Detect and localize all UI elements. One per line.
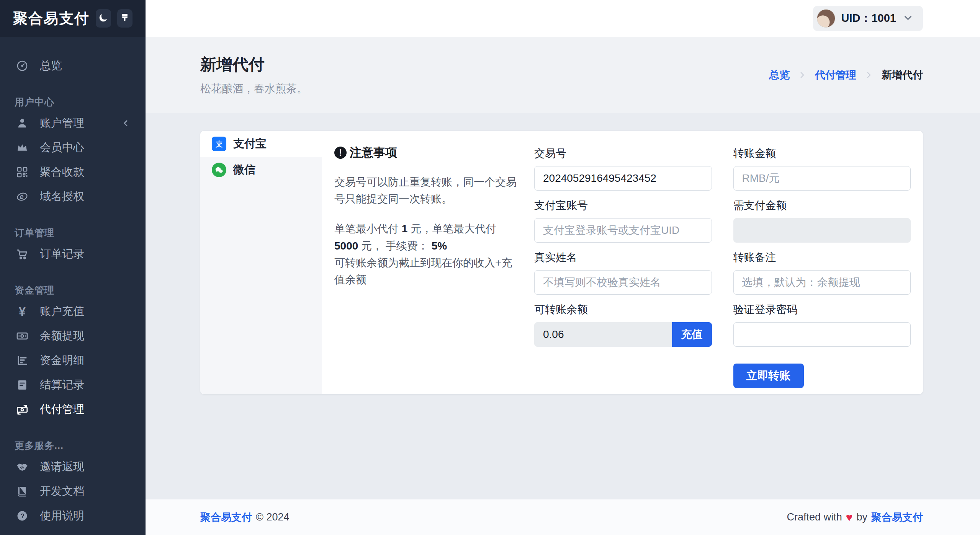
card-body: ! 注意事项 交易号可以防止重复转账，同一个交易号只能提交同一次转账。 单笔最小… xyxy=(322,131,923,394)
footer-brand-link[interactable]: 聚合易支付 xyxy=(200,511,252,524)
tab-alipay[interactable]: 支付宝 xyxy=(200,131,322,157)
password-label: 验证登录密码 xyxy=(733,302,911,317)
sidebar-item-balance-withdraw[interactable]: 余额提现 xyxy=(0,324,146,348)
notice-title: ! 注意事项 xyxy=(334,145,517,161)
user-menu[interactable]: UID：1001 xyxy=(813,6,923,31)
footer-left: 聚合易支付 © 2024 xyxy=(200,511,289,524)
breadcrumb-home[interactable]: 总览 xyxy=(769,68,790,82)
brand-logo: 聚合易支付 xyxy=(13,9,90,28)
sidebar-item-label: 开发文档 xyxy=(40,484,84,499)
remark-label: 转账备注 xyxy=(733,250,911,265)
amount-input[interactable] xyxy=(733,166,911,191)
theme-button[interactable] xyxy=(117,9,133,28)
alipay-icon xyxy=(212,137,226,151)
dark-mode-button[interactable] xyxy=(96,9,111,28)
field-real-name: 真实姓名 xyxy=(534,250,712,295)
app-root: 聚合易支付 总览 用户中心 xyxy=(0,0,980,535)
trade-no-input[interactable] xyxy=(534,166,712,191)
brush-icon xyxy=(119,12,131,25)
alipay-account-input[interactable] xyxy=(534,218,712,243)
cart-icon xyxy=(15,248,30,261)
password-input[interactable] xyxy=(733,322,911,347)
footer-copyright: © 2024 xyxy=(256,511,289,523)
sidebar-item-invite-rebate[interactable]: 邀请返现 xyxy=(0,455,146,479)
notice-paragraph-2: 单笔最小代付 1 元，单笔最大代付 5000 元， 手续费： 5%可转账余额为截… xyxy=(334,220,517,288)
sidebar-item-aggregate-collect[interactable]: 聚合收款 xyxy=(0,160,146,184)
content-area: 支付宝 微信 ! 注意事项 交易号 xyxy=(146,113,980,499)
money-transfer-icon xyxy=(15,403,30,416)
sidebar-section-more-services: 更多服务... xyxy=(0,436,146,455)
sidebar-item-label: 账户充值 xyxy=(40,304,84,319)
field-alipay-account: 支付宝账号 xyxy=(534,198,712,243)
amount-label: 转账金额 xyxy=(733,146,911,161)
notice-title-text: 注意事项 xyxy=(350,145,397,161)
sidebar-item-overview[interactable]: 总览 xyxy=(0,54,146,78)
sidebar-item-label: 聚合收款 xyxy=(40,165,84,180)
chevron-left-icon xyxy=(121,118,131,128)
sidebar-item-settlement-records[interactable]: 结算记录 xyxy=(0,373,146,397)
book-icon xyxy=(15,485,30,498)
sidebar-item-account-recharge[interactable]: ¥ 账户充值 xyxy=(0,299,146,324)
sidebar-item-label: 结算记录 xyxy=(40,377,84,393)
sidebar-item-label: 使用说明 xyxy=(40,508,84,524)
field-amount: 转账金额 xyxy=(733,146,911,191)
sidebar-section-fund-manage: 资金管理 xyxy=(0,281,146,299)
sidebar-item-account-manage[interactable]: 账户管理 xyxy=(0,111,146,135)
payout-card: 支付宝 微信 ! 注意事项 交易号 xyxy=(200,131,923,394)
sidebar-item-dev-docs[interactable]: 开发文档 xyxy=(0,479,146,504)
svg-text:?: ? xyxy=(20,512,24,520)
sidebar-item-member-center[interactable]: 会员中心 xyxy=(0,135,146,160)
bars-chart-icon xyxy=(15,354,30,367)
field-pay-amount: 需支付金额 xyxy=(733,198,911,243)
sidebar-item-usage-guide[interactable]: ? 使用说明 xyxy=(0,504,146,528)
sidebar-section-order-manage: 订单管理 xyxy=(0,223,146,242)
help-circle-icon: ? xyxy=(15,509,30,522)
banknote-icon xyxy=(15,329,30,343)
balance-input xyxy=(534,322,672,347)
sidebar-item-label: 账户管理 xyxy=(40,116,84,131)
sidebar-item-fund-details[interactable]: 资金明细 xyxy=(0,348,146,373)
wechat-icon xyxy=(212,163,226,177)
svg-text:e: e xyxy=(20,192,23,201)
topbar: UID：1001 xyxy=(146,0,980,37)
page-header: 新增代付 松花酿酒，春水煎茶。 总览 代付管理 新增代付 xyxy=(146,37,980,113)
field-balance: 可转账余额 充值 xyxy=(534,302,712,347)
footer-brand-link-2[interactable]: 聚合易支付 xyxy=(871,511,923,524)
footer-by-text: by xyxy=(856,511,867,523)
sidebar-nav: 总览 用户中心 账户管理 会员中心 xyxy=(0,37,146,535)
footer-crafted-text: Crafted with xyxy=(787,511,842,523)
tab-label: 微信 xyxy=(233,162,255,178)
page-title: 新增代付 xyxy=(200,54,308,75)
recharge-button[interactable]: 充值 xyxy=(672,322,712,347)
sidebar-item-payout-manage[interactable]: 代付管理 xyxy=(0,397,146,422)
payment-method-tabs: 支付宝 微信 xyxy=(200,131,322,394)
sidebar-item-order-records[interactable]: 订单记录 xyxy=(0,242,146,266)
sidebar-item-label: 代付管理 xyxy=(40,402,84,417)
browser-e-icon: e xyxy=(15,190,30,203)
sidebar: 聚合易支付 总览 用户中心 xyxy=(0,0,146,535)
submit-transfer-button[interactable]: 立即转账 xyxy=(733,364,804,388)
chevron-right-icon xyxy=(864,70,874,80)
footer-right: Crafted with ♥ by 聚合易支付 xyxy=(787,511,923,524)
sidebar-item-label: 域名授权 xyxy=(40,189,84,204)
tab-wechat[interactable]: 微信 xyxy=(200,157,322,183)
footer: 聚合易支付 © 2024 Crafted with ♥ by 聚合易支付 xyxy=(146,499,980,535)
sidebar-item-label: 会员中心 xyxy=(40,140,84,155)
sidebar-header: 聚合易支付 xyxy=(0,0,146,37)
qrcode-icon xyxy=(15,166,30,179)
breadcrumb-parent[interactable]: 代付管理 xyxy=(815,68,856,82)
real-name-input[interactable] xyxy=(534,270,712,295)
sidebar-item-label: 邀请返现 xyxy=(40,459,84,475)
exclamation-circle-icon: ! xyxy=(334,147,347,159)
page-subtitle: 松花酿酒，春水煎茶。 xyxy=(200,82,308,96)
remark-input[interactable] xyxy=(733,270,911,295)
breadcrumb: 总览 代付管理 新增代付 xyxy=(769,68,923,82)
file-icon xyxy=(15,378,30,391)
user-icon xyxy=(15,117,30,130)
sidebar-item-domain-auth[interactable]: e 域名授权 xyxy=(0,184,146,209)
crown-icon xyxy=(15,141,30,154)
real-name-label: 真实姓名 xyxy=(534,250,712,265)
field-password: 验证登录密码 xyxy=(733,302,911,347)
payout-form: 交易号 转账金额 支付宝账号 需支付金额 xyxy=(534,145,911,394)
sidebar-item-label: 订单记录 xyxy=(40,246,84,262)
